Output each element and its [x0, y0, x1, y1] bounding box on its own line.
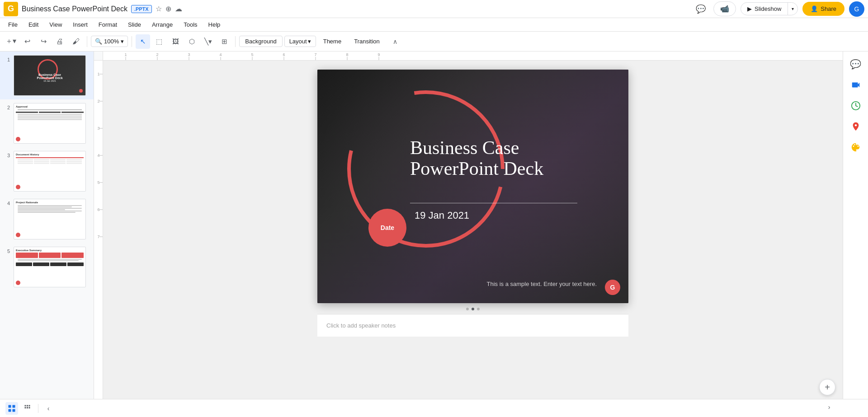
slide-thumb-4[interactable]: 4 Project Rationale — [0, 195, 94, 243]
share-icon: 👤 — [811, 5, 818, 12]
preview-dot-1 — [79, 89, 83, 93]
svg-text:1: 1 — [97, 72, 99, 76]
app-logo: G — [4, 2, 18, 16]
main-slide-canvas[interactable]: Date Business Case PowerPoint Deck 19 Ja… — [317, 70, 628, 303]
menu-format[interactable]: Format — [94, 19, 122, 30]
right-sidebar: 💬 — [843, 52, 868, 399]
menu-slide[interactable]: Slide — [123, 19, 146, 30]
slideshow-main[interactable]: ▶ Slideshow — [741, 3, 788, 15]
slide-title[interactable]: Business Case PowerPoint Deck — [410, 137, 543, 179]
meet-button[interactable]: 📹 — [713, 1, 736, 16]
prev2-block-1 — [18, 114, 82, 116]
prev3-red-line — [16, 157, 84, 158]
menu-help[interactable]: Help — [204, 19, 225, 30]
svg-point-33 — [368, 209, 406, 247]
cloud-icon[interactable]: ☁ — [175, 5, 182, 13]
slide-number-5: 5 — [4, 247, 10, 254]
prev5-dot — [16, 281, 20, 285]
svg-text:6: 6 — [97, 207, 99, 212]
menu-tools[interactable]: Tools — [179, 19, 202, 30]
toolbar-divider-2 — [132, 36, 132, 47]
editor-area: 1 2 3 4 5 6 7 8 9 — [94, 52, 843, 399]
layout-button[interactable]: Layout ▾ — [284, 36, 316, 47]
svg-text:1: 1 — [124, 52, 127, 57]
notes-area[interactable]: Click to add speaker notes — [317, 314, 628, 337]
textbox-tool[interactable]: ⊞ — [217, 34, 231, 49]
share-button[interactable]: 👤 Share — [802, 2, 844, 16]
slide-thumb-5[interactable]: 5 Executive Summary — [0, 243, 94, 291]
user-avatar[interactable]: G — [849, 1, 864, 17]
vertical-ruler-svg: 1 2 3 4 5 6 7 — [94, 61, 103, 399]
meet-sidebar-icon[interactable] — [847, 76, 865, 94]
svg-text:5: 5 — [97, 180, 99, 185]
image-tool[interactable]: 🖼 — [168, 34, 183, 49]
selection-tool[interactable]: ⬚ — [152, 34, 166, 49]
slideshow-button[interactable]: ▶ Slideshow ▾ — [741, 2, 798, 15]
prev2-block-3 — [18, 118, 82, 120]
main-content: 1 Business CasePowerPoint Deck 19 Jan 20… — [0, 52, 868, 399]
svg-text:4: 4 — [219, 52, 222, 57]
svg-text:6: 6 — [283, 52, 285, 57]
menu-view[interactable]: View — [45, 19, 66, 30]
slide-preview-3: Document History — [14, 151, 86, 192]
slide-thumb-3[interactable]: 3 Document History — [0, 147, 94, 195]
add-slide-button[interactable]: + — [819, 379, 835, 395]
comment-button[interactable]: 💬 — [693, 1, 709, 17]
print-button[interactable]: 🖨 — [52, 34, 67, 49]
palette-sidebar-icon[interactable] — [847, 138, 865, 156]
background-button[interactable]: Background — [239, 36, 282, 47]
canvas-ruler-row: 1 2 3 4 5 6 7 — [94, 61, 843, 399]
deco-circle-svg — [317, 70, 628, 303]
svg-text:3: 3 — [188, 52, 190, 57]
chat-sidebar-icon[interactable]: 💬 — [847, 55, 865, 73]
svg-rect-38 — [13, 409, 15, 412]
prev3-title-text: Document History — [16, 153, 84, 156]
slide-dot-2 — [472, 308, 474, 310]
add-button[interactable]: ＋▾ — [4, 34, 18, 49]
prev3-row-1 — [18, 159, 82, 160]
collapse-left-panel-button[interactable]: ‹ — [42, 402, 55, 415]
prev2-block-2 — [18, 116, 82, 118]
undo-button[interactable]: ↩ — [20, 34, 34, 49]
slide-thumb-2[interactable]: 2 Approval — [0, 99, 94, 147]
star-icon[interactable]: ☆ — [156, 5, 162, 13]
menu-insert[interactable]: Insert — [68, 19, 92, 30]
redo-button[interactable]: ↪ — [36, 34, 51, 49]
ruler-corner — [94, 52, 103, 60]
maps-sidebar-icon[interactable] — [847, 117, 865, 136]
svg-text:5: 5 — [251, 52, 253, 57]
paint-format-button[interactable]: 🖌 — [69, 34, 83, 49]
doc-title[interactable]: Business Case PowerPoint Deck — [22, 5, 127, 13]
grid-view-button[interactable] — [22, 402, 34, 415]
transition-button[interactable]: Transition — [349, 36, 385, 47]
activity-icon[interactable]: ⊕ — [165, 5, 171, 13]
menu-file[interactable]: File — [4, 19, 22, 30]
collapse-toolbar-button[interactable]: ∧ — [389, 35, 401, 48]
filmstrip-view-button[interactable] — [5, 402, 18, 415]
theme-button[interactable]: Theme — [318, 36, 347, 47]
select-tool[interactable]: ↖ — [136, 34, 150, 49]
prev5-title-text: Executive Summary — [16, 249, 84, 252]
slide-preview-2: Approval — [14, 103, 86, 144]
svg-text:2: 2 — [156, 52, 158, 57]
prev5-row2 — [16, 262, 84, 266]
slide-dots — [466, 308, 480, 310]
slideshow-dropdown[interactable]: ▾ — [788, 4, 797, 14]
line-tool[interactable]: ╲▾ — [201, 34, 215, 49]
prev4-line-5 — [18, 211, 82, 211]
activity-sidebar-icon[interactable] — [847, 97, 865, 115]
menu-arrange[interactable]: Arrange — [147, 19, 177, 30]
canvas-area: Date Business Case PowerPoint Deck 19 Ja… — [103, 61, 843, 399]
ruler-content: 1 2 3 4 5 6 7 8 9 — [103, 52, 843, 60]
slide-number-3: 3 — [4, 151, 10, 158]
zoom-dropdown-icon: ▾ — [121, 38, 124, 45]
preview-title-1: Business CasePowerPoint Deck — [37, 73, 62, 80]
slide-thumb-1[interactable]: 1 Business CasePowerPoint Deck 19 Jan 20… — [0, 52, 94, 99]
menu-edit[interactable]: Edit — [24, 19, 43, 30]
notes-placeholder: Click to add speaker notes — [326, 322, 396, 329]
slide-dot-3 — [477, 308, 480, 310]
title-action-icons: ☆ ⊕ ☁ — [156, 5, 182, 13]
prev3-dot — [16, 185, 20, 189]
shape-tool[interactable]: ⬡ — [184, 34, 199, 49]
zoom-control[interactable]: 🔍 100% ▾ — [91, 36, 128, 47]
